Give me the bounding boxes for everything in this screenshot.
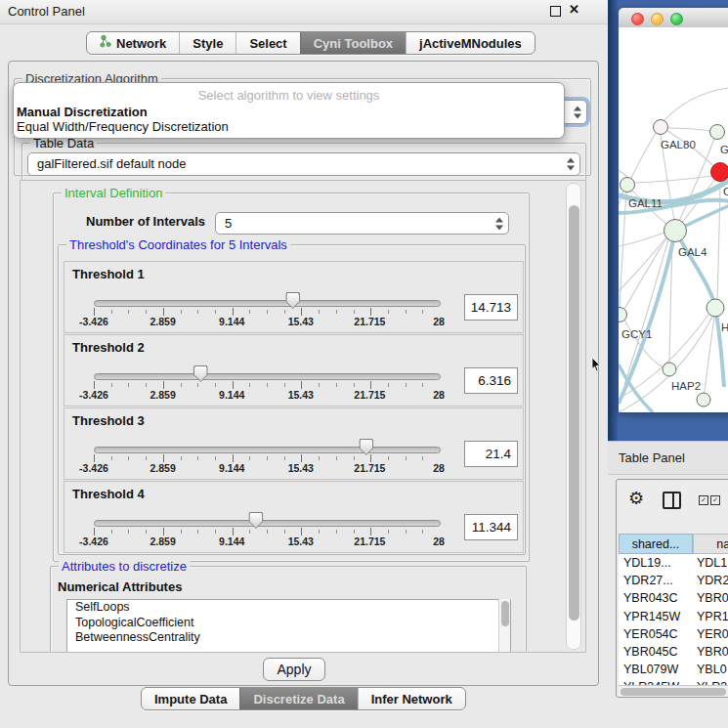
close-icon[interactable]: ✕ [569, 2, 579, 17]
node-h-cut[interactable] [707, 299, 724, 317]
threshold-label: Threshold 3 [72, 413, 145, 428]
threshold-slider-track[interactable] [94, 300, 441, 307]
attributes-group: Attributes to discretize Numerical Attri… [50, 566, 527, 653]
combo-stepper-icon [494, 217, 503, 230]
control-panel-titlebar: Control Panel ✕ [0, 0, 608, 24]
combo-stepper-icon [566, 158, 575, 171]
table-row[interactable]: YBL079W YBL0 [619, 661, 728, 678]
node-gal80[interactable] [654, 120, 668, 135]
slider-tick-labels: -3.426 2.859 9.144 15.43 21.715 28 [94, 462, 439, 474]
dropdown-placeholder: Select algorithm to view settings [14, 88, 564, 103]
settings-scrollbar[interactable] [566, 183, 581, 650]
table-data-value: galFiltered.sif default node [37, 156, 186, 171]
threshold-slider-thumb[interactable] [193, 365, 208, 382]
settings-scrollpane: Interval Definition Number of Intervals … [20, 180, 586, 653]
apply-button[interactable]: Apply [263, 658, 325, 681]
table-header-row: shared... name [619, 534, 728, 554]
thresholds-group-title: Threshold's Coordinates for 5 Intervals [66, 237, 290, 252]
attribute-list-item[interactable]: SelfLoops [67, 600, 510, 616]
threshold-value-field[interactable]: 14.713 [464, 294, 518, 321]
threshold-slider-thumb[interactable] [359, 439, 373, 455]
threshold-list: Threshold 1 -3.426 2.859 9.144 15.43 21.… [59, 261, 525, 554]
close-traffic-light[interactable] [631, 13, 644, 25]
network-window: GAL80 GA C GAL11 GAL4 GCY1 H HAP2 [619, 8, 728, 412]
num-intervals-combo[interactable]: 5 [215, 212, 509, 235]
tab-jactivemnodules[interactable]: jActiveMNodules [406, 32, 535, 54]
threshold-slider-track[interactable] [94, 447, 441, 453]
threshold-slider-track[interactable] [94, 520, 441, 527]
panel-title: Control Panel [8, 4, 85, 19]
checkbox-icon[interactable]: ✓ [710, 495, 720, 505]
slider-tick-labels: -3.426 2.859 9.144 15.43 21.715 28 [94, 389, 439, 401]
table-row[interactable]: YER054C YER0 [619, 625, 728, 643]
network-desktop: GAL80 GA C GAL11 GAL4 GCY1 H HAP2 [608, 0, 728, 441]
num-intervals-value: 5 [225, 216, 232, 231]
table-row[interactable]: YBR045C YBR0 [619, 643, 728, 661]
network-window-titlebar [619, 8, 728, 28]
slider-tick-labels: -3.426 2.859 9.144 15.43 21.715 28 [94, 535, 439, 547]
threshold-slider-thumb[interactable] [248, 512, 263, 529]
threshold-panel: Threshold 4 -3.426 2.859 9.144 15.43 21.… [64, 481, 524, 553]
node-ga-cut[interactable] [710, 125, 725, 140]
tab-impute-data[interactable]: Impute Data [142, 688, 239, 709]
columns-icon[interactable] [663, 492, 681, 509]
threshold-slider-thumb[interactable] [285, 292, 300, 309]
table-row[interactable]: YBR043C YBR0 [619, 589, 728, 607]
bottom-tab-bar: Impute Data Discretize Data Infer Networ… [141, 687, 466, 710]
interval-definition-title: Interval Definition [62, 186, 165, 200]
slider-tick-labels: -3.426 2.859 9.144 15.43 21.715 28 [94, 316, 439, 327]
tab-network[interactable]: Network [87, 32, 179, 54]
table-row[interactable]: YLR345W YLR3 [619, 678, 728, 685]
dropdown-option-equal-width[interactable]: Equal Width/Frequency Discretization [17, 119, 229, 134]
tab-cyni-toolbox[interactable]: Cyni Toolbox [300, 32, 406, 54]
table-data-combo[interactable]: galFiltered.sif default node [27, 152, 580, 176]
network-canvas[interactable]: GAL80 GA C GAL11 GAL4 GCY1 H HAP2 [619, 27, 728, 412]
gear-icon[interactable]: ⚙ [628, 490, 644, 507]
threshold-label: Threshold 1 [72, 267, 145, 281]
node-gcy1[interactable] [619, 308, 627, 322]
node-gal11[interactable] [621, 178, 635, 193]
minimize-traffic-light[interactable] [651, 13, 664, 25]
attribute-list-item[interactable]: BetweennessCentrality [67, 630, 510, 646]
threshold-slider-track[interactable] [94, 373, 441, 380]
table-panel-box: ⚙ ✓ ✓ shared... name YDL19... YDL1 YDR27… [616, 479, 728, 698]
node-gal4[interactable] [664, 220, 687, 242]
table-toolbar: ⚙ ✓ ✓ [617, 480, 728, 519]
desktop-edge-shade [608, 0, 618, 441]
mouse-cursor [591, 358, 603, 373]
dropdown-option-manual[interactable]: Manual Discretization [17, 105, 148, 119]
numerical-attributes-label: Numerical Attributes [58, 579, 182, 594]
table-row[interactable]: YPR145W YPR1 [619, 608, 728, 625]
table-panel-title: Table Panel [619, 450, 685, 465]
attributes-list-scrollbar[interactable] [498, 599, 510, 653]
num-intervals-label: Number of Intervals [86, 214, 205, 229]
node-label-gal11: GAL11 [628, 197, 663, 209]
table-row[interactable]: YDR27... YDR2 [619, 572, 728, 589]
threshold-panel: Threshold 3 -3.426 2.859 9.144 15.43 21.… [64, 407, 524, 480]
attribute-list-item[interactable]: TopologicalCoefficient [67, 616, 510, 631]
thresholds-group: Threshold's Coordinates for 5 Intervals … [58, 244, 526, 555]
tab-select[interactable]: Select [236, 32, 299, 54]
right-panel: GAL80 GA C GAL11 GAL4 GCY1 H HAP2 Table … [608, 0, 728, 728]
node-red-selected[interactable] [711, 163, 728, 182]
numerical-attributes-list: SelfLoops TopologicalCoefficient Between… [66, 599, 511, 653]
zoom-traffic-light[interactable] [670, 13, 683, 25]
tab-infer-network[interactable]: Infer Network [358, 688, 465, 709]
node-hap2[interactable] [663, 363, 676, 376]
threshold-value-field[interactable]: 11.344 [464, 514, 518, 540]
tab-discretize-data[interactable]: Discretize Data [239, 688, 357, 709]
float-window-icon[interactable] [550, 6, 561, 17]
column-header-name[interactable]: name [693, 534, 728, 554]
checkbox-icon[interactable]: ✓ [699, 495, 708, 505]
attributes-group-title: Attributes to discretize [59, 559, 190, 574]
table-horizontal-scrollbar[interactable] [619, 685, 728, 698]
table-data-group: Table Data galFiltered.sif default node [21, 143, 586, 182]
node-label-hap2: HAP2 [671, 380, 701, 392]
threshold-value-field[interactable]: 6.316 [464, 367, 518, 394]
node-bottom-partial[interactable] [697, 393, 710, 407]
table-row[interactable]: YDL19... YDL1 [619, 554, 728, 572]
threshold-value-field[interactable]: 21.4 [464, 441, 518, 467]
combo-stepper-icon [573, 106, 581, 118]
column-header-shared[interactable]: shared... [619, 534, 693, 554]
tab-style[interactable]: Style [179, 32, 236, 54]
